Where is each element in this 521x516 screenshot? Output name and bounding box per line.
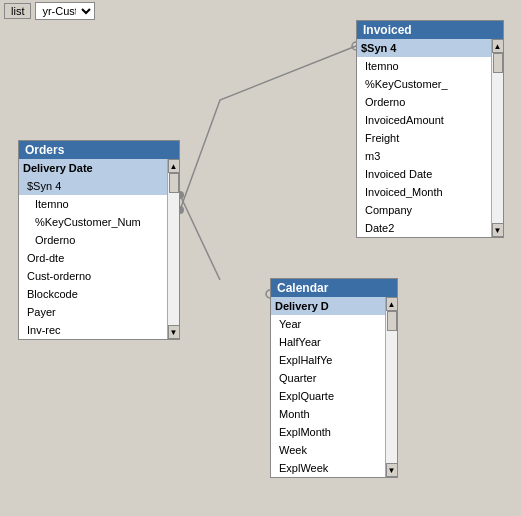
scrollbar-track — [492, 53, 504, 223]
table-row[interactable]: Month — [271, 405, 385, 423]
table-row[interactable]: Delivery D — [271, 297, 385, 315]
orders-table: Orders Delivery Date $Syn 4 Itemno %KeyC… — [18, 140, 180, 340]
table-row[interactable]: Ord-dte — [19, 249, 167, 267]
table-row[interactable]: Delivery Date — [19, 159, 167, 177]
scrollbar-track — [168, 173, 180, 325]
scrollbar-track — [386, 311, 398, 463]
table-row[interactable]: Itemno — [357, 57, 491, 75]
table-row[interactable]: Company — [357, 201, 491, 219]
scrollbar-thumb[interactable] — [493, 53, 503, 73]
scroll-down-icon[interactable]: ▼ — [168, 325, 180, 339]
table-row[interactable]: $Syn 4 — [19, 177, 167, 195]
table-row[interactable]: InvoicedAmount — [357, 111, 491, 129]
cust-select[interactable]: yr-Cust — [35, 2, 95, 20]
scrollbar-thumb[interactable] — [387, 311, 397, 331]
table-row[interactable]: Quarter — [271, 369, 385, 387]
scroll-down-icon[interactable]: ▼ — [492, 223, 504, 237]
table-row[interactable]: Itemno — [19, 195, 167, 213]
invoiced-table: Invoiced $Syn 4 Itemno %KeyCustomer_ Ord… — [356, 20, 504, 238]
calendar-table-body: Delivery D Year HalfYear ExplHalfYe Quar… — [271, 297, 397, 477]
table-row[interactable]: Payer — [19, 303, 167, 321]
table-row[interactable]: Invoiced_Month — [357, 183, 491, 201]
table-row[interactable]: $Syn 4 — [357, 39, 491, 57]
table-row[interactable]: %KeyCustomer_ — [357, 75, 491, 93]
scrollbar-thumb[interactable] — [169, 173, 179, 193]
table-row[interactable]: Date2 — [357, 219, 491, 237]
orders-table-header: Orders — [19, 141, 179, 159]
toolbar: list yr-Cust — [0, 0, 521, 22]
invoiced-table-body: $Syn 4 Itemno %KeyCustomer_ Orderno Invo… — [357, 39, 503, 237]
calendar-table: Calendar Delivery D Year HalfYear ExplHa… — [270, 278, 398, 478]
table-row[interactable]: ExplHalfYe — [271, 351, 385, 369]
scroll-up-icon[interactable]: ▲ — [168, 159, 180, 173]
table-row[interactable]: %KeyCustomer_Num — [19, 213, 167, 231]
table-row[interactable]: ExplMonth — [271, 423, 385, 441]
table-row[interactable]: ExplQuarte — [271, 387, 385, 405]
list-button[interactable]: list — [4, 3, 31, 19]
scroll-up-icon[interactable]: ▲ — [386, 297, 398, 311]
table-row[interactable]: m3 — [357, 147, 491, 165]
table-row[interactable]: Invoiced Date — [357, 165, 491, 183]
table-row[interactable]: Year — [271, 315, 385, 333]
table-row[interactable]: Inv-rec — [19, 321, 167, 339]
table-row[interactable]: Blockcode — [19, 285, 167, 303]
svg-line-0 — [180, 195, 220, 280]
scroll-down-icon[interactable]: ▼ — [386, 463, 398, 477]
table-row[interactable]: Orderno — [357, 93, 491, 111]
table-row[interactable]: HalfYear — [271, 333, 385, 351]
calendar-scrollbar[interactable]: ▲ ▼ — [385, 297, 397, 477]
table-row[interactable]: Orderno — [19, 231, 167, 249]
orders-scrollbar[interactable]: ▲ ▼ — [167, 159, 179, 339]
table-row[interactable]: ExplWeek — [271, 459, 385, 477]
orders-table-body: Delivery Date $Syn 4 Itemno %KeyCustomer… — [19, 159, 179, 339]
invoiced-table-header: Invoiced — [357, 21, 503, 39]
table-row[interactable]: Cust-orderno — [19, 267, 167, 285]
calendar-table-header: Calendar — [271, 279, 397, 297]
scroll-up-icon[interactable]: ▲ — [492, 39, 504, 53]
table-row[interactable]: Freight — [357, 129, 491, 147]
table-row[interactable]: Week — [271, 441, 385, 459]
invoiced-scrollbar[interactable]: ▲ ▼ — [491, 39, 503, 237]
